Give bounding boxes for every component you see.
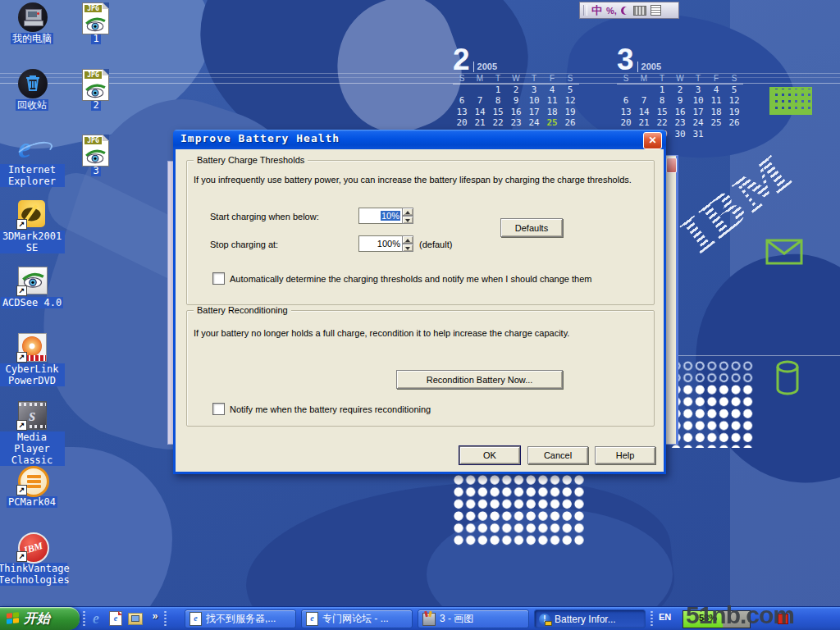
calendar-cell: 14: [471, 107, 489, 117]
calendar-cell: 24: [525, 117, 543, 128]
show-desktop-icon[interactable]: [126, 609, 144, 628]
recycle-bin-icon: [18, 69, 48, 98]
ime-punctuation-icon[interactable]: %,: [606, 6, 617, 16]
group-description: If you infrequently use battery power, y…: [194, 175, 646, 185]
calendar-cell: [617, 84, 635, 95]
calendar-cell: 14: [635, 107, 653, 117]
close-icon[interactable]: ✕: [643, 132, 662, 149]
calendar-cell: 11: [707, 95, 725, 106]
calendar-cell: 5: [725, 84, 743, 95]
desktop-icon-jpg-3[interactable]: JPG 3: [64, 135, 128, 176]
calendar-cell: F: [707, 73, 725, 84]
ime-chinese-icon[interactable]: 中: [591, 3, 602, 17]
desktop-icon-my-computer[interactable]: 我的电脑: [0, 2, 65, 44]
calendar-cell: F: [543, 73, 561, 84]
recondition-battery-button[interactable]: Recondition Battery Now...: [396, 370, 563, 389]
cancel-button[interactable]: Cancel: [527, 446, 588, 464]
icon-label: 3DMark2001 SE: [0, 231, 65, 253]
default-note: (default): [419, 240, 452, 249]
calendar-cell: 25: [543, 117, 561, 128]
language-bar-grip[interactable]: [583, 5, 587, 16]
language-bar-menu-icon[interactable]: [651, 5, 661, 16]
calendar-cell: 10: [689, 95, 707, 106]
task-button-battery-information[interactable]: ! Battery Infor...: [534, 609, 646, 628]
windows-flag-icon: [7, 612, 19, 625]
calendar-cell: 13: [617, 107, 635, 117]
desktop-icon-internet-explorer[interactable]: e Internet Explorer: [0, 134, 65, 187]
desktop-icon-3dmark2001[interactable]: ↗ 3DMark2001 SE: [0, 200, 65, 253]
auto-determine-checkbox[interactable]: [212, 272, 225, 285]
desktop-icon-thinkvantage[interactable]: IBM ↗ ThinkVantage Technologies: [0, 532, 65, 586]
ok-button[interactable]: OK: [459, 446, 520, 464]
desktop-icon-media-player-classic[interactable]: s ↗ Media Player Classic: [0, 401, 65, 466]
shortcut-arrow-icon: ↗: [16, 551, 27, 562]
desktop-icon-jpg-1[interactable]: JPG 1: [64, 2, 128, 44]
desktop-icon-recycle-bin[interactable]: 回收站: [0, 69, 65, 111]
calendar-cell: 19: [725, 107, 743, 117]
auto-determine-checkbox-label: Automatically determine the charging thr…: [230, 274, 591, 284]
calendar-year: 2005: [637, 62, 661, 72]
calendar-cell: 16: [507, 107, 525, 117]
language-bar[interactable]: 中 %,: [579, 2, 679, 19]
jpg-badge: JPG: [84, 5, 102, 12]
dialog-titlebar[interactable]: Improve Battery Health ✕: [173, 130, 666, 149]
calendar-cell: M: [635, 73, 653, 84]
background-window-button[interactable]: [666, 158, 677, 173]
task-button-server-not-found[interactable]: e 找不到服务器,...: [185, 609, 296, 628]
start-label: 开始: [24, 610, 50, 628]
notify-recondition-checkbox[interactable]: [212, 403, 225, 415]
improve-battery-health-dialog: Improve Battery Health ✕ Battery Charge …: [173, 130, 666, 474]
calendar-year: 2005: [473, 62, 497, 72]
battery-reconditioning-group: Battery Reconditioning If your battery n…: [186, 310, 655, 427]
task-button-paint[interactable]: 3 - 画图: [418, 609, 529, 628]
green-cylinder-icon: [774, 359, 801, 397]
calendar-cell: 15: [653, 107, 671, 117]
calendar-cell: 9: [671, 95, 689, 106]
quick-launch-ie-icon[interactable]: e: [87, 609, 105, 628]
help-button[interactable]: Help: [595, 446, 655, 464]
language-indicator[interactable]: EN: [659, 612, 671, 622]
ime-fullwidth-moon-icon[interactable]: [621, 7, 629, 15]
desktop-icon-pcmark04[interactable]: ↗ PCMark04: [0, 466, 65, 508]
quick-launch-browser-icon[interactable]: e: [107, 609, 125, 628]
jpg-file-icon: JPG: [82, 2, 109, 34]
spin-up-button[interactable]: [402, 208, 413, 216]
calendar-cell: 17: [525, 107, 543, 117]
calendar-cell: 24: [689, 117, 707, 128]
spin-down-button[interactable]: [402, 216, 413, 224]
task-button-forum[interactable]: e 专门网论坛 - ...: [301, 609, 413, 628]
desktop-icon-acdsee[interactable]: ↗ ACDSee 4.0: [0, 267, 65, 308]
defaults-button[interactable]: Defaults: [500, 218, 563, 237]
soft-keyboard-icon[interactable]: [633, 6, 646, 16]
taskbar-separator: [83, 610, 85, 627]
tray-alert-icon[interactable]: [778, 614, 788, 624]
calendar-cell: 1: [653, 84, 671, 95]
calendar-cell: 12: [561, 95, 579, 106]
start-button[interactable]: 开始: [0, 607, 80, 630]
calendar-cell: 13: [453, 107, 471, 117]
calendar-cell: [635, 84, 653, 95]
taskbar-separator: [164, 610, 167, 627]
calendar-cell: 4: [707, 84, 725, 95]
internet-explorer-icon: e: [18, 134, 46, 162]
quick-launch-chevron-icon[interactable]: »: [146, 607, 164, 625]
dot-pattern-rings: [670, 360, 754, 384]
spin-down-button[interactable]: [402, 244, 413, 252]
calendar-cell: 23: [507, 117, 525, 128]
stop-threshold-spinbox: 100%: [358, 235, 413, 252]
shortcut-arrow-icon: ↗: [16, 485, 27, 495]
desktop-icon-jpg-2[interactable]: JPG 2: [64, 69, 128, 111]
spin-up-button[interactable]: [402, 235, 413, 244]
shortcut-arrow-icon: ↗: [16, 420, 27, 431]
jpg-file-icon: JPG: [82, 135, 109, 167]
calendar-cell: M: [471, 73, 489, 84]
stop-threshold-input[interactable]: 100%: [358, 235, 402, 252]
desktop-icon-powerdvd[interactable]: ↗ CyberLink PowerDVD: [0, 333, 65, 386]
calendar-cell: T: [653, 73, 671, 84]
start-threshold-input[interactable]: 10%: [358, 208, 402, 224]
calendar-cell: S: [617, 73, 635, 84]
calendar-cell: 19: [561, 107, 579, 117]
calendar-cell: T: [525, 73, 543, 84]
calendar-cell: 30: [671, 129, 689, 139]
battery-percent: 58%: [699, 613, 717, 623]
